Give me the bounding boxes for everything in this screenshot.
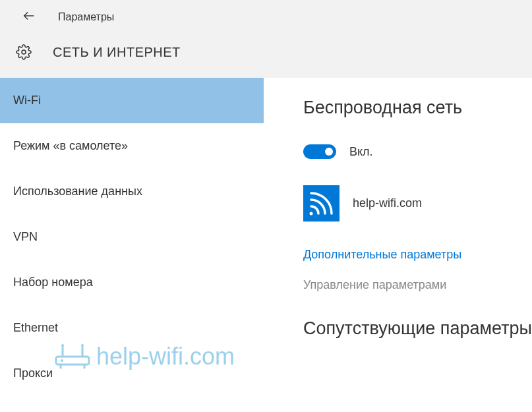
content-heading: Беспроводная сеть (303, 98, 532, 118)
wifi-icon (303, 185, 340, 221)
toggle-knob (325, 148, 333, 156)
sidebar: Wi-Fi Режим «в самолете» Использование д… (0, 78, 264, 409)
sidebar-item-label: Wi-Fi (13, 94, 41, 107)
sidebar-item-data-usage[interactable]: Использование данных (0, 169, 264, 214)
sidebar-item-label: Прокси (13, 367, 53, 380)
app-title: Параметры (58, 11, 114, 23)
wifi-toggle-row: Вкл. (303, 144, 532, 159)
sidebar-item-dialup[interactable]: Набор номера (0, 260, 264, 305)
sidebar-item-label: Ethernet (13, 321, 58, 334)
sidebar-item-wifi[interactable]: Wi-Fi (0, 78, 264, 123)
wifi-toggle[interactable] (303, 144, 336, 159)
main-area: Wi-Fi Режим «в самолете» Использование д… (0, 78, 532, 409)
sidebar-item-airplane[interactable]: Режим «в самолете» (0, 123, 264, 169)
sidebar-item-label: Использование данных (13, 185, 142, 198)
network-row[interactable]: help-wifi.com (303, 185, 532, 221)
sidebar-item-vpn[interactable]: VPN (0, 214, 264, 260)
gear-icon (15, 43, 33, 61)
section-title-row: СЕТЬ И ИНТЕРНЕТ (0, 33, 532, 78)
svg-point-2 (309, 212, 312, 216)
title-bar: Параметры (0, 0, 532, 33)
related-heading: Сопутствующие параметры (303, 318, 532, 339)
manage-settings-text: Управление параметрами (303, 278, 532, 292)
sidebar-item-label: Набор номера (13, 276, 93, 289)
section-title: СЕТЬ И ИНТЕРНЕТ (53, 45, 181, 60)
header: Параметры СЕТЬ И ИНТЕРНЕТ (0, 0, 532, 78)
back-button[interactable] (20, 8, 38, 26)
network-name: help-wifi.com (353, 196, 422, 210)
sidebar-item-proxy[interactable]: Прокси (0, 351, 264, 396)
advanced-settings-link[interactable]: Дополнительные параметры (303, 248, 532, 262)
content-panel: Беспроводная сеть Вкл. help-wifi.com Доп… (264, 78, 532, 409)
toggle-label: Вкл. (349, 145, 373, 159)
sidebar-item-label: Режим «в самолете» (13, 139, 128, 152)
svg-point-1 (22, 50, 26, 54)
sidebar-item-ethernet[interactable]: Ethernet (0, 305, 264, 351)
sidebar-item-label: VPN (13, 230, 38, 243)
arrow-left-icon (22, 9, 36, 26)
